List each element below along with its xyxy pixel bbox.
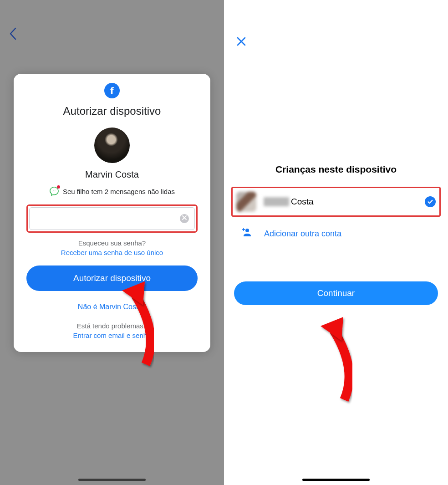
add-account-row[interactable]: Adicionar outra conta bbox=[234, 222, 438, 240]
home-indicator bbox=[78, 479, 146, 481]
child-firstname-redacted bbox=[264, 197, 289, 206]
password-input[interactable] bbox=[35, 214, 180, 223]
children-title: Crianças neste dispositivo bbox=[234, 164, 438, 175]
continue-button[interactable]: Continuar bbox=[234, 281, 438, 305]
svg-point-1 bbox=[245, 229, 249, 232]
authorize-button[interactable]: Autorizar dispositivo bbox=[26, 265, 198, 291]
facebook-logo-icon: f bbox=[104, 83, 120, 98]
one-time-password-link[interactable]: Receber uma senha de uso único bbox=[61, 249, 163, 256]
authorize-card: f Autorizar dispositivo Marvin Costa Seu… bbox=[14, 74, 210, 352]
login-email-link[interactable]: Entrar com email e senha bbox=[73, 332, 151, 339]
add-user-icon bbox=[239, 227, 254, 240]
card-title: Autorizar dispositivo bbox=[26, 105, 198, 117]
problems-block: Está tendo problemas? Entrar com email e… bbox=[26, 322, 198, 339]
selected-check-icon bbox=[425, 196, 436, 207]
close-icon[interactable] bbox=[236, 36, 247, 50]
screen-children: Crianças neste dispositivo Costa bbox=[224, 0, 448, 485]
children-content: Crianças neste dispositivo Costa bbox=[224, 164, 448, 305]
back-chevron-icon[interactable] bbox=[9, 27, 16, 43]
child-lastname: Costa bbox=[291, 197, 314, 207]
child-highlight: Costa bbox=[231, 187, 441, 217]
password-field-wrap bbox=[29, 207, 195, 230]
child-name: Costa bbox=[264, 197, 417, 207]
forgot-block: Esqueceu sua senha? Receber uma senha de… bbox=[26, 239, 198, 256]
home-indicator bbox=[302, 479, 370, 481]
forgot-question: Esqueceu sua senha? bbox=[26, 239, 198, 247]
child-row[interactable]: Costa bbox=[234, 189, 438, 214]
problems-question: Está tendo problemas? bbox=[26, 322, 198, 330]
clear-input-icon[interactable] bbox=[180, 214, 189, 223]
screen-authorize: f Autorizar dispositivo Marvin Costa Seu… bbox=[0, 0, 224, 485]
child-avatar bbox=[236, 192, 256, 212]
not-user-link[interactable]: Não é Marvin Costa? bbox=[26, 303, 198, 311]
messages-text: Seu filho tem 2 mensagens não lidas bbox=[63, 188, 175, 195]
user-avatar bbox=[94, 128, 130, 163]
add-account-label: Adicionar outra conta bbox=[264, 229, 341, 239]
user-name: Marvin Costa bbox=[26, 169, 198, 180]
messenger-icon bbox=[49, 186, 59, 196]
annotation-arrow-right bbox=[318, 314, 377, 405]
password-highlight bbox=[26, 204, 198, 233]
messages-row: Seu filho tem 2 mensagens não lidas bbox=[26, 186, 198, 196]
svg-marker-2 bbox=[321, 317, 343, 341]
